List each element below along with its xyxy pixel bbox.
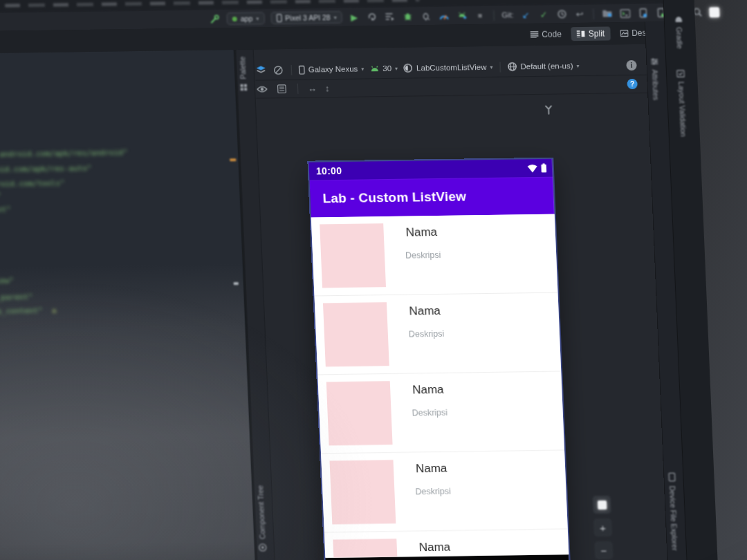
chevron-down-icon: ▾ bbox=[576, 63, 579, 69]
code-line: droid.com/tools" bbox=[0, 179, 65, 189]
profiler-icon[interactable] bbox=[438, 10, 450, 21]
gradle-icon bbox=[674, 16, 683, 23]
item-image bbox=[329, 460, 396, 524]
app-bar: Lab - Custom ListView bbox=[309, 177, 554, 218]
toolbar-separator bbox=[493, 10, 495, 20]
toolbar-separator bbox=[499, 62, 501, 72]
toolbar-separator bbox=[593, 8, 594, 19]
window-title-blur bbox=[5, 0, 420, 8]
rollback-icon[interactable]: ↩ bbox=[573, 8, 586, 19]
layout-validation-label: Layout Validation bbox=[677, 82, 688, 137]
item-subtitle: Deskripsi bbox=[409, 329, 445, 339]
code-line: ent" bbox=[0, 205, 11, 214]
warning-icon: ▲ bbox=[52, 307, 56, 314]
horizontal-resize-icon[interactable]: ↔ bbox=[308, 83, 317, 93]
design-icon bbox=[620, 30, 628, 37]
zoom-to-fit-button[interactable] bbox=[593, 496, 611, 514]
item-subtitle: Deskripsi bbox=[412, 408, 448, 418]
toolbar-separator bbox=[290, 64, 292, 75]
terminal-icon[interactable] bbox=[619, 8, 631, 19]
api-level-dropdown[interactable]: 30 ▾ bbox=[369, 64, 398, 73]
component-tree-tab[interactable]: Component Tree bbox=[256, 485, 267, 552]
code-lines: bs.android.com/apk/res/android"roid.com/… bbox=[0, 50, 256, 560]
run-button[interactable]: ▶ bbox=[348, 11, 360, 23]
toolbar-separator bbox=[297, 83, 299, 93]
chevron-down-icon: ▾ bbox=[395, 65, 398, 71]
device-file-explorer-tab[interactable]: Device File Explorer bbox=[667, 472, 679, 550]
device-manager-icon[interactable] bbox=[637, 7, 649, 19]
stop-icon[interactable]: ■ bbox=[474, 9, 486, 21]
item-title: Nama bbox=[405, 225, 437, 240]
theme-label: LabCustomListView bbox=[416, 63, 487, 72]
item-title: Nama bbox=[412, 383, 444, 398]
attributes-tab[interactable]: Attributes bbox=[650, 57, 661, 100]
theme-dropdown[interactable]: LabCustomListView ▾ bbox=[403, 62, 493, 73]
attributes-icon bbox=[650, 57, 658, 65]
phone-preview[interactable]: 10:00 Lab - Custom ListView NamaDeskrips… bbox=[308, 159, 570, 560]
wifi-icon bbox=[526, 164, 538, 173]
layout-validation-icon bbox=[676, 70, 685, 77]
list-item[interactable]: NamaDeskripsi bbox=[317, 372, 564, 454]
notifications-icon[interactable] bbox=[709, 7, 720, 17]
chevron-down-icon: ▾ bbox=[490, 64, 492, 70]
globe-icon bbox=[507, 62, 517, 71]
design-pane: Palette Component Tree bbox=[237, 44, 668, 560]
item-subtitle: Deskripsi bbox=[415, 487, 451, 497]
code-icon bbox=[530, 31, 538, 38]
info-icon[interactable]: i bbox=[626, 59, 637, 70]
component-tree-label: Component Tree bbox=[256, 485, 266, 539]
palette-icon bbox=[239, 84, 247, 91]
device-file-explorer-label: Device File Explorer bbox=[668, 485, 679, 550]
help-icon[interactable]: ? bbox=[627, 78, 638, 88]
xml-code-editor[interactable]: bs.android.com/apk/res/android"roid.com/… bbox=[0, 50, 256, 560]
zoom-controls: + − bbox=[593, 496, 614, 559]
design-canvas[interactable]: 10:00 Lab - Custom ListView NamaDeskrips… bbox=[257, 93, 668, 560]
view-options-eye-icon[interactable] bbox=[256, 83, 268, 95]
git-update-icon[interactable]: ↙ bbox=[519, 9, 532, 21]
code-line: s.android.com/apk/res/android" bbox=[0, 148, 128, 159]
zoom-out-button[interactable]: − bbox=[594, 541, 613, 559]
list-item[interactable]: NamaDeskripsi bbox=[324, 530, 569, 558]
tab-code-label: Code bbox=[542, 29, 562, 39]
palette-tab[interactable]: Palette bbox=[238, 57, 248, 91]
list-item[interactable]: NamaDeskripsi bbox=[321, 451, 568, 533]
device-dropdown[interactable]: Pixel 3 API 28 ▾ bbox=[270, 11, 342, 24]
component-tree-icon bbox=[259, 543, 267, 552]
code-line: t" bbox=[0, 192, 1, 200]
design-surface-icon[interactable] bbox=[255, 64, 267, 76]
locale-dropdown[interactable]: Default (en-us) ▾ bbox=[507, 61, 580, 71]
ide-stage: app ▾ Pixel 3 API 28 ▾ ▶ bbox=[0, 0, 718, 560]
variants-list-icon[interactable] bbox=[276, 83, 288, 95]
tab-code[interactable]: Code bbox=[524, 27, 567, 41]
build-icon[interactable] bbox=[208, 13, 221, 25]
gradle-tab[interactable]: Gradle bbox=[674, 16, 685, 49]
git-commit-icon[interactable]: ✓ bbox=[537, 8, 550, 20]
resize-handle-icon[interactable] bbox=[544, 105, 553, 118]
rerun-icon[interactable] bbox=[366, 11, 378, 23]
vertical-resize-icon[interactable]: ↕ bbox=[325, 83, 330, 93]
item-image bbox=[320, 223, 386, 288]
tab-split-label: Split bbox=[589, 29, 605, 39]
profiler-android-icon[interactable] bbox=[456, 10, 468, 21]
attach-debugger-icon[interactable] bbox=[420, 10, 432, 22]
run-config-dropdown[interactable]: app ▾ bbox=[226, 12, 264, 25]
scrollbar-thumb-marker bbox=[234, 282, 239, 285]
apply-changes-icon[interactable] bbox=[384, 10, 396, 22]
project-structure-icon[interactable] bbox=[601, 8, 614, 19]
zoom-in-button[interactable]: + bbox=[593, 519, 612, 536]
list-item[interactable]: NamaDeskripsi bbox=[311, 214, 558, 297]
tab-split[interactable]: Split bbox=[571, 26, 611, 41]
android-studio-window: app ▾ Pixel 3 API 28 ▾ ▶ bbox=[0, 0, 747, 560]
debug-icon[interactable] bbox=[402, 10, 414, 22]
theme-icon bbox=[403, 63, 414, 73]
preview-device-dropdown[interactable]: Galaxy Nexus ▾ bbox=[299, 64, 365, 74]
code-line: p_content"▲ bbox=[0, 306, 56, 316]
item-title: Nama bbox=[418, 541, 450, 555]
list-item[interactable]: NamaDeskripsi bbox=[315, 293, 562, 375]
history-icon[interactable] bbox=[555, 8, 568, 20]
layout-validation-tab[interactable]: Layout Validation bbox=[676, 70, 688, 137]
chevron-down-icon: ▾ bbox=[256, 15, 259, 21]
api-level-label: 30 bbox=[382, 64, 391, 73]
status-time: 10:00 bbox=[316, 165, 342, 177]
ui-mode-icon[interactable] bbox=[272, 64, 284, 76]
